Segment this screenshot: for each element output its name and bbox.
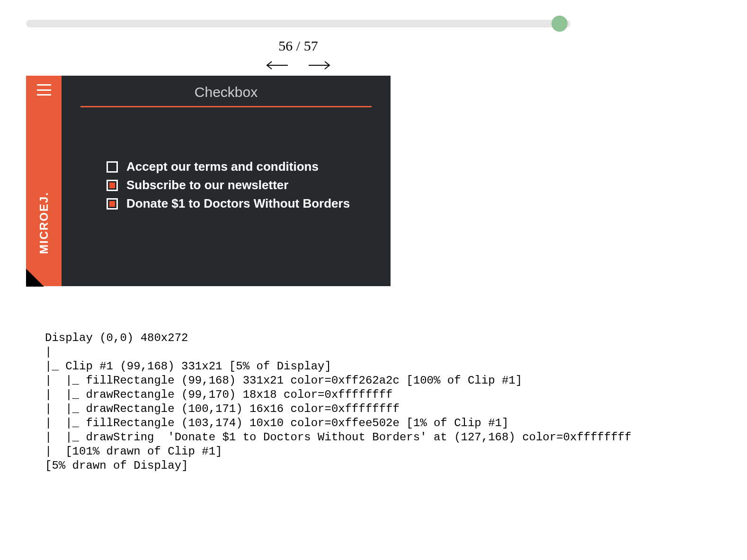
checkbox-box[interactable]: [107, 198, 118, 210]
frame-counter: 56 / 57: [26, 38, 570, 54]
device-sidebar: MICROEJ.: [26, 76, 62, 286]
checkbox-list: Accept our terms and conditions Subscrib…: [80, 159, 372, 211]
page-title: Checkbox: [80, 84, 372, 107]
brand-label: MICROEJ.: [37, 192, 51, 254]
next-frame-button[interactable]: [308, 60, 330, 71]
arrow-right-icon: [308, 61, 330, 70]
device-main: Checkbox Accept our terms and conditions…: [62, 76, 391, 286]
checkbox-row-terms[interactable]: Accept our terms and conditions: [107, 159, 372, 174]
checkbox-box[interactable]: [107, 180, 118, 191]
checkbox-label: Accept our terms and conditions: [126, 159, 319, 174]
sidebar-fold-decoration: [26, 269, 44, 287]
frame-slider[interactable]: [26, 14, 570, 28]
checkbox-label: Subscribe to our newsletter: [126, 178, 288, 192]
trace-output: Display (0,0) 480x272 | |_ Clip #1 (99,1…: [45, 331, 721, 473]
slider-thumb[interactable]: [551, 16, 568, 32]
device-display: MICROEJ. Checkbox Accept our terms and c…: [26, 76, 391, 286]
checkbox-row-newsletter[interactable]: Subscribe to our newsletter: [107, 178, 372, 192]
checkbox-row-donate[interactable]: Donate $1 to Doctors Without Borders: [107, 196, 372, 211]
hamburger-icon[interactable]: [37, 84, 51, 96]
checkbox-label: Donate $1 to Doctors Without Borders: [126, 196, 350, 211]
arrow-left-icon: [266, 61, 289, 70]
slider-track: [26, 20, 570, 27]
prev-frame-button[interactable]: [266, 60, 289, 71]
checkbox-box[interactable]: [107, 161, 118, 173]
